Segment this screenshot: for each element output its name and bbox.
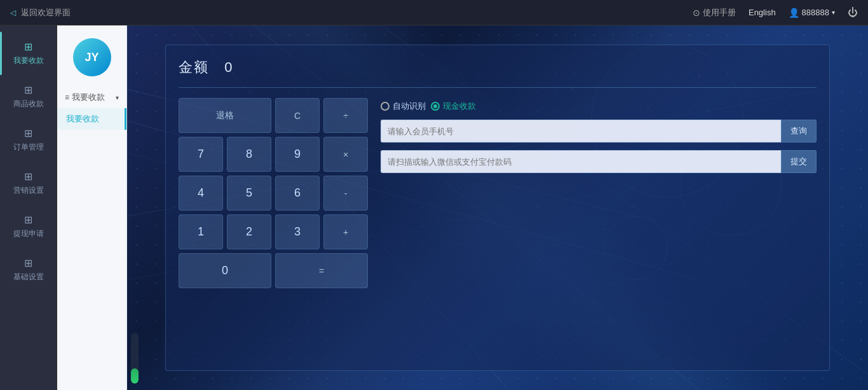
- order-manage-icon: ⊞: [24, 127, 32, 139]
- content-area: 金额 0 退格 C ÷ 7 8 9 × 4: [127, 25, 868, 390]
- lang-label: English: [749, 8, 776, 17]
- qr-input-row: 提交: [381, 150, 817, 173]
- numpad: 退格 C ÷ 7 8 9 × 4 5 6 - 1 2 3: [179, 98, 368, 288]
- qr-input[interactable]: [381, 150, 781, 173]
- topbar-right: ⊙ 使用手册 English 👤 888888 ▾ ⏻: [693, 7, 858, 18]
- query-button[interactable]: 查询: [781, 120, 817, 143]
- radio-auto-circle: [381, 102, 390, 111]
- power-icon: ⏻: [848, 7, 858, 18]
- key-5[interactable]: 5: [227, 176, 271, 211]
- amount-display: 金额 0: [179, 58, 817, 77]
- sidebar-item-label-my-collect: 我要收款: [13, 55, 44, 66]
- help-icon: ⊙: [693, 8, 700, 18]
- radio-cash[interactable]: 现金收款: [431, 101, 476, 112]
- key-multiply[interactable]: ×: [323, 137, 368, 172]
- sub-sidebar-item-my-collect[interactable]: 我要收款: [57, 108, 126, 130]
- sidebar-item-basic-settings[interactable]: ⊞ 基础设置: [0, 248, 57, 291]
- sub-sidebar-header: ≡ 我要收款 ▾: [57, 87, 126, 108]
- sales-settings-icon: ⊞: [24, 171, 32, 183]
- main-panel: 金额 0 退格 C ÷ 7 8 9 × 4: [165, 45, 830, 371]
- key-6[interactable]: 6: [275, 176, 320, 211]
- main-layout: ⊞ 我要收款 ⊞ 商品收款 ⊞ 订单管理 ⊞ 营销设置 ⊞ 提现申请 ⊞ 基础设…: [0, 25, 868, 390]
- back-label: 返回欢迎界面: [21, 7, 71, 18]
- key-3[interactable]: 3: [275, 214, 320, 249]
- user-menu[interactable]: 👤 888888 ▾: [789, 8, 835, 18]
- key-1[interactable]: 1: [179, 214, 223, 249]
- power-button[interactable]: ⏻: [848, 7, 858, 18]
- sidebar-item-product-collect[interactable]: ⊞ 商品收款: [0, 75, 57, 118]
- radio-auto[interactable]: 自动识别: [381, 101, 426, 112]
- sidebar-item-withdraw[interactable]: ⊞ 提现申请: [0, 205, 57, 248]
- phone-input[interactable]: [381, 120, 781, 143]
- sub-sidebar: JY ≡ 我要收款 ▾ 我要收款: [57, 25, 127, 390]
- amount-label-text: 金额: [179, 59, 209, 75]
- sidebar-item-label-basic-settings: 基础设置: [13, 272, 44, 282]
- language-selector[interactable]: English: [749, 8, 776, 17]
- sidebar-item-label-product-collect: 商品收款: [13, 99, 44, 109]
- manual-label: 使用手册: [703, 7, 736, 18]
- key-2[interactable]: 2: [227, 214, 271, 249]
- submit-button[interactable]: 提交: [781, 150, 817, 173]
- key-7[interactable]: 7: [179, 137, 223, 172]
- expand-icon: ▾: [116, 94, 119, 101]
- chevron-down-icon: ▾: [832, 9, 835, 16]
- key-0[interactable]: 0: [179, 253, 271, 288]
- radio-cash-circle: [431, 102, 440, 111]
- progress-bar-fill: [131, 368, 139, 384]
- key-clear[interactable]: C: [275, 98, 320, 133]
- phone-input-row: 查询: [381, 120, 817, 143]
- my-collect-icon: ⊞: [24, 41, 32, 53]
- topbar: ◁ 返回欢迎界面 ⊙ 使用手册 English 👤 888888 ▾ ⏻: [0, 0, 868, 25]
- menu-icon: ≡: [65, 93, 69, 102]
- key-backspace[interactable]: 退格: [179, 98, 271, 133]
- sidebar-item-label-sales-settings: 营销设置: [13, 185, 44, 196]
- back-icon: ◁: [10, 8, 16, 17]
- sidebar: ⊞ 我要收款 ⊞ 商品收款 ⊞ 订单管理 ⊞ 营销设置 ⊞ 提现申请 ⊞ 基础设…: [0, 25, 57, 390]
- radio-group: 自动识别 现金收款: [381, 101, 817, 112]
- logo-text: JY: [85, 51, 98, 64]
- manual-button[interactable]: ⊙ 使用手册: [693, 7, 736, 18]
- key-divide[interactable]: ÷: [323, 98, 368, 133]
- divider: [179, 87, 817, 88]
- right-panel: 自动识别 现金收款 查询 提: [381, 98, 817, 173]
- key-4[interactable]: 4: [179, 176, 223, 211]
- calc-layout: 退格 C ÷ 7 8 9 × 4 5 6 - 1 2 3: [179, 98, 817, 288]
- sidebar-item-label-withdraw: 提现申请: [13, 228, 44, 239]
- logo: JY: [73, 38, 111, 76]
- amount-value: 0: [224, 59, 233, 75]
- sidebar-item-sales-settings[interactable]: ⊞ 营销设置: [0, 162, 57, 205]
- sidebar-item-order-manage[interactable]: ⊞ 订单管理: [0, 118, 57, 162]
- user-label: 888888: [802, 8, 829, 17]
- basic-settings-icon: ⊞: [24, 257, 32, 269]
- key-plus[interactable]: +: [323, 214, 368, 249]
- progress-bar: [131, 333, 139, 384]
- key-8[interactable]: 8: [227, 137, 271, 172]
- key-minus[interactable]: -: [323, 176, 368, 211]
- sidebar-item-label-order-manage: 订单管理: [13, 142, 44, 153]
- sub-sidebar-title: 我要收款: [72, 92, 105, 103]
- radio-cash-label: 现金收款: [443, 101, 476, 112]
- key-equals[interactable]: =: [275, 253, 368, 288]
- radio-auto-label: 自动识别: [393, 101, 426, 112]
- withdraw-icon: ⊞: [24, 214, 32, 226]
- user-icon: 👤: [789, 8, 799, 18]
- sidebar-item-my-collect[interactable]: ⊞ 我要收款: [0, 32, 57, 75]
- sub-sidebar-item-label: 我要收款: [66, 114, 99, 123]
- product-collect-icon: ⊞: [24, 84, 32, 96]
- key-9[interactable]: 9: [275, 137, 320, 172]
- back-button[interactable]: ◁ 返回欢迎界面: [10, 7, 71, 18]
